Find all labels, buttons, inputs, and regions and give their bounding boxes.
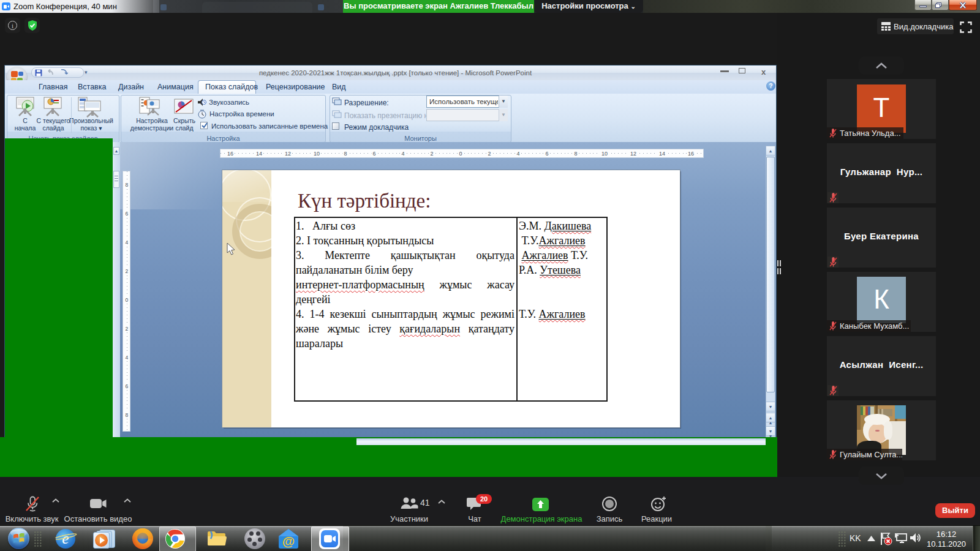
svg-text:@: @	[282, 534, 295, 548]
